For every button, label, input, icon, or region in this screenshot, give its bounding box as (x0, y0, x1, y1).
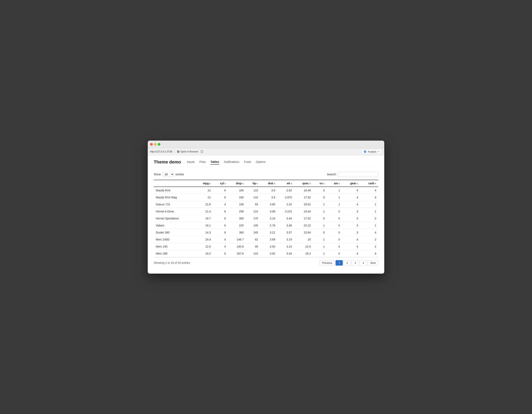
cell-mpg: 21.4 (195, 208, 213, 215)
cell-name: Mazda RX4 (154, 187, 195, 194)
col-header-am[interactable]: am⇅ (327, 180, 342, 187)
nav-bar: Inputs Plots Tables Notifications Fonts … (187, 159, 266, 165)
chevron-down-icon (378, 151, 380, 153)
cell-qsec: 17.02 (294, 194, 313, 201)
cell-vs: 0 (313, 194, 327, 201)
cell-cyl: 4 (213, 236, 228, 243)
cell-name: Merc 240D (154, 236, 195, 243)
cell-gear: 4 (342, 201, 360, 208)
publish-button[interactable]: Publish (361, 149, 382, 154)
cell-drat: 3.08 (260, 208, 277, 215)
cell-gear: 3 (342, 208, 360, 215)
cell-mpg: 21 (195, 187, 213, 194)
cell-wt: 3.46 (277, 222, 294, 229)
cell-vs: 1 (313, 236, 327, 243)
nav-tables[interactable]: Tables (210, 159, 219, 165)
col-header-mpg[interactable]: mpg⇅ (195, 180, 213, 187)
prev-page-button[interactable]: Previous (320, 260, 335, 266)
cell-disp: 360 (228, 229, 246, 236)
cell-cyl: 8 (213, 229, 228, 236)
app-window: http://127.0.0.1:3738 | Open in Browser … (148, 141, 384, 274)
table-controls: Show 10 25 50 100 entries Search: (154, 172, 378, 177)
cell-carb: 2 (360, 243, 378, 250)
search-input[interactable] (338, 172, 378, 177)
page-3-button[interactable]: 3 (352, 260, 359, 266)
nav-notifications[interactable]: Notifications (224, 159, 239, 165)
cell-drat: 2.76 (260, 222, 277, 229)
browser-toolbar: http://127.0.0.1:3738 | Open in Browser … (148, 148, 384, 156)
open-in-browser-button[interactable]: Open in Browser (177, 150, 198, 153)
next-page-button[interactable]: Next (368, 260, 378, 266)
cell-hp: 123 (246, 250, 260, 257)
app-title: Theme demo (154, 159, 181, 165)
sort-icon: ⇅ (209, 183, 211, 185)
cell-wt: 3.15 (277, 243, 294, 250)
table-row: Datsun 71022.84108933.852.3218.611141 (154, 201, 378, 208)
sort-icon: ⇅ (356, 183, 358, 185)
cell-wt: 2.875 (277, 194, 294, 201)
cell-qsec: 15.84 (294, 229, 313, 236)
col-header-disp[interactable]: disp⇅ (228, 180, 246, 187)
col-header-carb[interactable]: carb⇅ (360, 180, 378, 187)
maximize-button[interactable] (158, 143, 160, 146)
cell-qsec: 17.02 (294, 215, 313, 222)
cell-vs: 1 (313, 243, 327, 250)
showing-text: Showing 1 to 10 of 32 entries (154, 261, 190, 264)
cell-name: Hornet Sportabout (154, 215, 195, 222)
nav-options[interactable]: Options (256, 159, 266, 165)
publish-label: Publish (368, 150, 376, 153)
table-row: Merc 23022.84140.8953.923.1522.91042 (154, 243, 378, 250)
page-2-button[interactable]: 2 (343, 260, 351, 266)
page-4-button[interactable]: 4 (360, 260, 367, 266)
cell-hp: 245 (246, 229, 260, 236)
refresh-button[interactable] (200, 150, 203, 153)
minimize-button[interactable] (154, 143, 157, 146)
browser-icon (177, 150, 180, 153)
col-header-drat[interactable]: drat⇅ (260, 180, 277, 187)
cell-disp: 108 (228, 201, 246, 208)
table-row: Mazda RX42161601103.92.6216.460144 (154, 187, 378, 194)
close-button[interactable] (150, 143, 153, 146)
cell-wt: 3.44 (277, 250, 294, 257)
nav-plots[interactable]: Plots (200, 159, 206, 165)
cell-name: Duster 360 (154, 229, 195, 236)
col-header-gear[interactable]: gear⇅ (342, 180, 360, 187)
cell-cyl: 6 (213, 187, 228, 194)
entries-select[interactable]: 10 25 50 100 (162, 172, 174, 177)
col-header-vs[interactable]: vs⇅ (313, 180, 327, 187)
page-1-button[interactable]: 1 (336, 260, 343, 266)
col-header-cyl[interactable]: cyl⇅ (213, 180, 228, 187)
cell-cyl: 6 (213, 194, 228, 201)
sort-icon: ⇅ (309, 183, 311, 185)
cell-qsec: 18.3 (294, 250, 313, 257)
cell-disp: 258 (228, 208, 246, 215)
traffic-lights (150, 143, 160, 146)
col-header-wt[interactable]: wt⇅ (277, 180, 294, 187)
cell-mpg: 24.4 (195, 236, 213, 243)
cell-carb: 1 (360, 222, 378, 229)
cell-hp: 93 (246, 201, 260, 208)
cell-am: 0 (327, 208, 342, 215)
sort-icon: ⇅ (338, 183, 340, 185)
cell-name: Mazda RX4 Wag (154, 194, 195, 201)
col-header-name[interactable] (154, 180, 195, 187)
cell-drat: 3.92 (260, 243, 277, 250)
pagination: Previous 1 2 3 4 Next (320, 260, 378, 266)
cell-wt: 3.57 (277, 229, 294, 236)
cell-carb: 2 (360, 215, 378, 222)
cell-vs: 1 (313, 222, 327, 229)
cell-wt: 3.19 (277, 236, 294, 243)
refresh-icon (200, 150, 203, 153)
cell-am: 1 (327, 194, 342, 201)
cell-qsec: 19.44 (294, 208, 313, 215)
open-in-browser-label: Open in Browser (180, 150, 198, 153)
cell-mpg: 18.7 (195, 215, 213, 222)
nav-inputs[interactable]: Inputs (187, 159, 195, 165)
cell-vs: 1 (313, 250, 327, 257)
sort-icon: ⇅ (274, 183, 275, 185)
cell-wt: 2.62 (277, 187, 294, 194)
col-header-hp[interactable]: hp⇅ (246, 180, 260, 187)
col-header-qsec[interactable]: qsec⇅ (294, 180, 313, 187)
nav-fonts[interactable]: Fonts (244, 159, 251, 165)
cell-hp: 62 (246, 236, 260, 243)
